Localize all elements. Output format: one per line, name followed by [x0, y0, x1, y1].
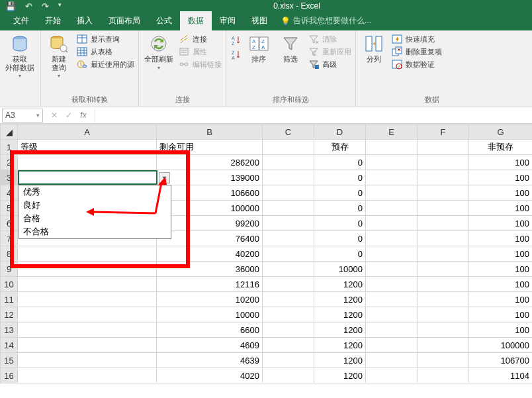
- cell[interactable]: [263, 338, 314, 353]
- cell[interactable]: [366, 231, 418, 246]
- cell[interactable]: 100: [469, 246, 533, 262]
- undo-icon[interactable]: ↶: [25, 1, 32, 11]
- row-header[interactable]: 12: [1, 307, 18, 323]
- cell[interactable]: [418, 185, 469, 201]
- cell[interactable]: 100: [469, 323, 533, 338]
- cell[interactable]: [263, 323, 314, 338]
- cell[interactable]: [366, 277, 418, 292]
- col-header-f[interactable]: F: [418, 124, 469, 140]
- cancel-icon[interactable]: ✕: [50, 111, 59, 120]
- cell[interactable]: [18, 262, 157, 277]
- refresh-all-button[interactable]: 全部刷新 ▾: [143, 32, 175, 72]
- cell[interactable]: 0: [314, 170, 366, 185]
- cell[interactable]: 100: [469, 231, 533, 246]
- cell[interactable]: [263, 140, 314, 155]
- cell[interactable]: [366, 307, 418, 323]
- cells-table[interactable]: ◢ A B C D E F G 1 等级 剩余可用 预存 非预存 2286200…: [0, 124, 532, 383]
- cell[interactable]: 等级: [18, 140, 157, 155]
- cell[interactable]: [366, 140, 418, 155]
- cell[interactable]: 10000: [157, 307, 263, 323]
- formula-input[interactable]: [95, 109, 532, 123]
- cell[interactable]: [18, 338, 157, 353]
- cell[interactable]: [418, 231, 469, 246]
- tell-me[interactable]: 💡 告诉我您想要做什么...: [275, 11, 377, 30]
- cell[interactable]: [366, 155, 418, 170]
- cell[interactable]: [263, 185, 314, 201]
- tab-layout[interactable]: 页面布局: [101, 11, 148, 30]
- cell[interactable]: 4609: [157, 338, 263, 353]
- cell[interactable]: [366, 170, 418, 185]
- data-validation-dropdown-button[interactable]: ▼: [159, 172, 170, 183]
- redo-icon[interactable]: ↷: [42, 1, 49, 11]
- row-header[interactable]: 13: [1, 323, 18, 338]
- cell[interactable]: [18, 277, 157, 292]
- row-header[interactable]: 15: [1, 353, 18, 368]
- cell[interactable]: 36000: [157, 262, 263, 277]
- row-header[interactable]: 11: [1, 292, 18, 307]
- cell[interactable]: 76400: [157, 231, 263, 246]
- cell[interactable]: [366, 292, 418, 307]
- cell[interactable]: [263, 292, 314, 307]
- dropdown-option[interactable]: 合格: [19, 212, 171, 225]
- advanced-filter-button[interactable]: 高级: [308, 59, 351, 70]
- cell[interactable]: 100: [469, 216, 533, 231]
- cell[interactable]: [418, 155, 469, 170]
- text-to-columns-button[interactable]: 分列: [360, 32, 388, 65]
- cell[interactable]: 0: [314, 216, 366, 231]
- cell[interactable]: [263, 216, 314, 231]
- cell[interactable]: 100000: [469, 338, 533, 353]
- tab-data[interactable]: 数据: [180, 11, 212, 30]
- col-header-d[interactable]: D: [314, 124, 366, 140]
- cell[interactable]: [263, 246, 314, 262]
- tab-view[interactable]: 视图: [244, 11, 275, 30]
- cell[interactable]: [263, 170, 314, 185]
- cell[interactable]: 1200: [314, 277, 366, 292]
- cell[interactable]: [418, 216, 469, 231]
- cell[interactable]: 139000: [157, 170, 263, 185]
- cell[interactable]: 预存: [314, 140, 366, 155]
- col-header-g[interactable]: G: [469, 124, 533, 140]
- cell[interactable]: [418, 338, 469, 353]
- cell[interactable]: 1200: [314, 307, 366, 323]
- sort-button[interactable]: AZZA 排序: [245, 32, 273, 65]
- cell[interactable]: [18, 353, 157, 368]
- cell[interactable]: [366, 201, 418, 216]
- cell[interactable]: [18, 307, 157, 323]
- cell[interactable]: 0: [314, 185, 366, 201]
- cell[interactable]: 0: [314, 201, 366, 216]
- cell[interactable]: 12116: [157, 277, 263, 292]
- cell[interactable]: 10000: [314, 262, 366, 277]
- cell[interactable]: [263, 155, 314, 170]
- row-header[interactable]: 16: [1, 368, 18, 383]
- cell[interactable]: 1200: [314, 292, 366, 307]
- cell[interactable]: 10200: [157, 292, 263, 307]
- cell[interactable]: [418, 140, 469, 155]
- sort-desc-button[interactable]: ZA: [230, 50, 241, 60]
- col-header-e[interactable]: E: [366, 124, 418, 140]
- row-header[interactable]: 1: [1, 140, 18, 155]
- cell[interactable]: 286200: [157, 155, 263, 170]
- cell[interactable]: 40200: [157, 246, 263, 262]
- get-external-data-button[interactable]: 获取 外部数据 ▾: [4, 32, 36, 80]
- col-header-a[interactable]: A: [18, 124, 157, 140]
- tab-formulas[interactable]: 公式: [148, 11, 180, 30]
- cell[interactable]: [366, 353, 418, 368]
- tab-insert[interactable]: 插入: [69, 11, 101, 30]
- confirm-icon[interactable]: ✓: [64, 111, 73, 120]
- cell[interactable]: [18, 246, 157, 262]
- fx-icon[interactable]: fx: [79, 111, 88, 120]
- cell[interactable]: [418, 307, 469, 323]
- cell[interactable]: 100: [469, 292, 533, 307]
- cell[interactable]: 100: [469, 262, 533, 277]
- active-cell-selection[interactable]: [18, 170, 157, 185]
- row-header[interactable]: 3: [1, 170, 18, 185]
- cell[interactable]: [263, 201, 314, 216]
- show-queries-button[interactable]: 显示查询: [77, 34, 134, 44]
- cell[interactable]: 100: [469, 277, 533, 292]
- row-header[interactable]: 2: [1, 155, 18, 170]
- remove-duplicates-button[interactable]: 删除重复项: [392, 46, 442, 57]
- cell[interactable]: [366, 323, 418, 338]
- save-icon[interactable]: 💾: [5, 1, 16, 11]
- cell[interactable]: [18, 368, 157, 383]
- cell[interactable]: [366, 368, 418, 383]
